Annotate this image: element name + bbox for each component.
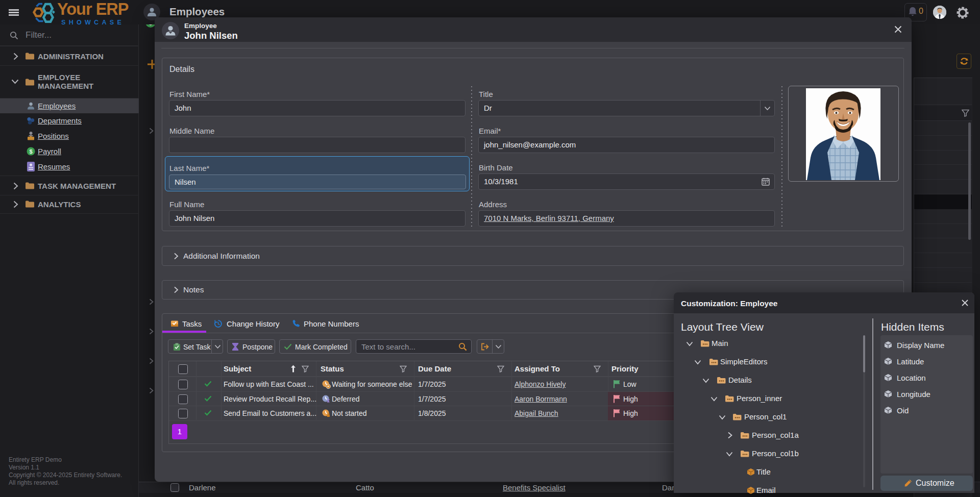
svg-text:$: $ bbox=[29, 148, 32, 155]
